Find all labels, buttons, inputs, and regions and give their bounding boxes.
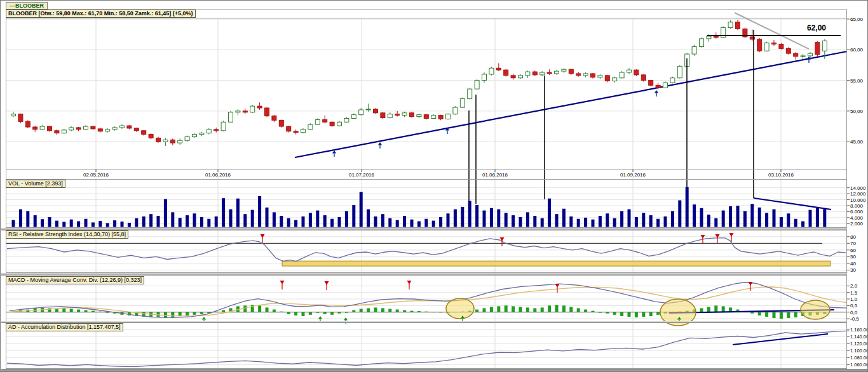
- svg-text:01.07.2016: 01.07.2016: [349, 172, 375, 178]
- svg-text:02.05.2016: 02.05.2016: [83, 172, 109, 178]
- svg-text:1.160.000: 1.160.000: [850, 327, 868, 333]
- ad-panel-label[interactable]: AD - Accumulation Distribution [1.157.40…: [6, 323, 123, 331]
- chart-canvas[interactable]: 62,0065,0060,0055,0050,0045,0014.00012.0…: [1, 1, 868, 372]
- svg-text:80: 80: [850, 234, 856, 240]
- svg-text:50,00: 50,00: [850, 109, 864, 114]
- svg-text:65,00: 65,00: [850, 17, 864, 22]
- svg-text:01.09.2016: 01.09.2016: [620, 172, 646, 178]
- panel-divider-macd-ad[interactable]: [1, 321, 847, 323]
- svg-text:6.000: 6.000: [850, 209, 864, 215]
- svg-text:55,00: 55,00: [850, 78, 864, 84]
- charting-app-window: 62,0065,0060,0055,0050,0045,0014.00012.0…: [0, 0, 868, 372]
- svg-text:03.10.2016: 03.10.2016: [768, 172, 794, 178]
- svg-text:14.000: 14.000: [850, 185, 866, 191]
- svg-text:1.120.000: 1.120.000: [850, 341, 868, 347]
- svg-text:1,0: 1,0: [850, 296, 858, 302]
- svg-text:45,00: 45,00: [850, 139, 864, 145]
- svg-text:4.000: 4.000: [850, 215, 864, 221]
- svg-text:2.000: 2.000: [850, 221, 864, 227]
- svg-text:70: 70: [850, 241, 856, 246]
- svg-text:10.000: 10.000: [850, 197, 866, 203]
- svg-text:50: 50: [850, 254, 856, 260]
- svg-text:40: 40: [850, 261, 856, 267]
- horizontal-scrollbar[interactable]: [1, 369, 868, 372]
- svg-text:62,00: 62,00: [807, 23, 826, 32]
- ohlc-info-bar: BLOOBER [Otw.: 59,80 Max.: 61,70 Min.: 5…: [6, 10, 196, 18]
- svg-text:30: 30: [850, 267, 856, 273]
- svg-text:1.060.000: 1.060.000: [850, 362, 868, 368]
- svg-text:60: 60: [850, 248, 856, 253]
- tab-bloober[interactable]: —BLOOBER: [6, 2, 48, 10]
- svg-text:2,0: 2,0: [850, 283, 858, 289]
- svg-text:01.06.2016: 01.06.2016: [205, 172, 231, 178]
- svg-text:-0,5: -0,5: [850, 316, 859, 322]
- svg-text:1.140.000: 1.140.000: [850, 334, 868, 340]
- macd-panel-label[interactable]: MACD - Moving Average Conv. Div. (12,26,…: [6, 276, 144, 284]
- volume-panel-label[interactable]: VOL - Volume [2.393]: [6, 180, 65, 188]
- svg-text:0,5: 0,5: [850, 303, 858, 309]
- panel-divider-rsi-macd[interactable]: [1, 273, 847, 276]
- svg-text:0,0: 0,0: [850, 310, 858, 316]
- svg-text:60,00: 60,00: [850, 47, 864, 53]
- rsi-panel-label[interactable]: RSI - Relative Strength Index (14,30,70)…: [6, 230, 128, 239]
- svg-text:1.100.000: 1.100.000: [850, 348, 868, 354]
- svg-text:1,5: 1,5: [850, 290, 858, 296]
- svg-text:12.000: 12.000: [850, 191, 866, 197]
- svg-text:8.000: 8.000: [850, 203, 864, 209]
- svg-text:01.08.2016: 01.08.2016: [482, 172, 508, 178]
- svg-text:1.080.000: 1.080.000: [850, 355, 868, 361]
